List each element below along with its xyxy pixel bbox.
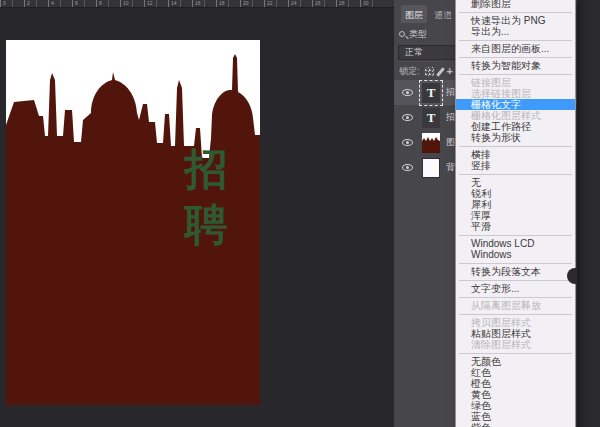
menu-item[interactable]: 锐利 <box>456 188 575 199</box>
menu-separator <box>459 280 572 281</box>
menu-separator <box>459 297 572 298</box>
ruler-tick: 6 <box>72 0 96 7</box>
ruler-tick: 10 <box>120 0 144 7</box>
ruler-tick: 14 <box>168 0 192 7</box>
menu-item[interactable]: 栅格化文字 <box>456 99 575 110</box>
menu-separator <box>459 235 572 236</box>
layer-thumbnail[interactable] <box>422 158 440 178</box>
menu-item[interactable]: Windows <box>456 249 575 260</box>
ruler-tick: 28 <box>336 0 360 7</box>
menu-item[interactable]: 紫色 <box>456 422 575 427</box>
ruler-tick: 8 <box>96 0 120 7</box>
panel-collapse-notch[interactable] <box>567 268 576 284</box>
ruler-tick: 20 <box>240 0 264 7</box>
menu-item[interactable]: 拷贝图层样式 <box>456 317 575 328</box>
visibility-eye-icon[interactable] <box>402 139 413 146</box>
menu-item[interactable]: 创建工作路径 <box>456 121 575 132</box>
menu-item[interactable]: 链接图层 <box>456 77 575 88</box>
ruler-tick: 2 <box>24 0 48 7</box>
panel-tab-通道[interactable]: 通道 <box>430 5 456 23</box>
menu-item[interactable]: 黄色 <box>456 389 575 400</box>
menu-item[interactable]: Windows LCD <box>456 238 575 249</box>
search-filter-icon <box>399 31 405 37</box>
menu-item[interactable]: 转换为形状 <box>456 132 575 143</box>
panel-tab-图层[interactable]: 图层 <box>401 5 427 23</box>
menu-item[interactable]: 横排 <box>456 149 575 160</box>
image-layer-thumbnail <box>422 133 440 153</box>
menu-item[interactable]: 橙色 <box>456 378 575 389</box>
text-layer-icon: T <box>422 108 440 128</box>
background-layer-thumbnail <box>422 158 440 178</box>
canvas-text-char: 聘 <box>185 203 228 246</box>
menu-item[interactable]: 绿色 <box>456 400 575 411</box>
menu-separator <box>459 74 572 75</box>
menu-item[interactable]: 浑厚 <box>456 210 575 221</box>
canvas-vertical-text: 招聘 <box>182 148 230 246</box>
canvas-workspace: 招聘 <box>0 8 394 427</box>
menu-item[interactable]: 转换为智能对象 <box>456 60 575 71</box>
lock-label: 锁定: <box>399 65 420 78</box>
menu-separator <box>459 353 572 354</box>
ruler-tick: 0 <box>0 0 24 7</box>
menu-separator <box>459 146 572 147</box>
ruler-tick: 22 <box>264 0 288 7</box>
ruler-tick: 16 <box>192 0 216 7</box>
menu-separator <box>459 263 572 264</box>
ruler-tick: 12 <box>144 0 168 7</box>
menu-item[interactable]: 蓝色 <box>456 411 575 422</box>
menu-separator <box>459 40 572 41</box>
visibility-eye-icon[interactable] <box>402 89 413 96</box>
menu-separator <box>459 12 572 13</box>
menu-item[interactable]: 平滑 <box>456 221 575 232</box>
visibility-eye-icon[interactable] <box>402 164 413 171</box>
ruler-tick: 30 <box>360 0 384 7</box>
visibility-eye-icon[interactable] <box>402 114 413 121</box>
layer-thumbnail[interactable]: T <box>422 108 440 128</box>
menu-item[interactable]: 犀利 <box>456 199 575 210</box>
layer-context-menu: 删除图层快速导出为 PNG导出为...来自图层的画板...转换为智能对象链接图层… <box>455 0 576 427</box>
menu-separator <box>459 174 572 175</box>
menu-item[interactable]: 选择链接图层 <box>456 88 575 99</box>
menu-item[interactable]: 导出为... <box>456 26 575 37</box>
ruler-tick: 24 <box>288 0 312 7</box>
menu-item[interactable]: 清除图层样式 <box>456 339 575 350</box>
menu-item[interactable]: 红色 <box>456 367 575 378</box>
canvas-text-char: 招 <box>185 148 228 191</box>
menu-item[interactable]: 转换为段落文本 <box>456 266 575 277</box>
menu-item[interactable]: 来自图层的画板... <box>456 43 575 54</box>
document-canvas[interactable]: 招聘 <box>6 40 260 405</box>
menu-item[interactable]: 粘贴图层样式 <box>456 328 575 339</box>
ruler-tick: 4 <box>48 0 72 7</box>
menu-item[interactable]: 栅格化图层样式 <box>456 110 575 121</box>
horizontal-ruler: 024681012141618202224262830 <box>0 0 394 8</box>
menu-separator <box>459 314 572 315</box>
menu-item[interactable]: 文字变形... <box>456 283 575 294</box>
lock-options-row: 锁定: + <box>399 64 453 79</box>
menu-item[interactable]: 竖排 <box>456 160 575 171</box>
blend-mode-value: 正常 <box>405 46 423 59</box>
lock-transparency-icon[interactable] <box>425 67 434 76</box>
menu-item[interactable]: 无 <box>456 177 575 188</box>
menu-item[interactable]: 从隔离图层释放 <box>456 300 575 311</box>
ruler-tick: 26 <box>312 0 336 7</box>
right-dock-edge <box>577 0 600 427</box>
lock-paint-icon[interactable] <box>436 67 445 77</box>
filter-kind-label: 类型 <box>409 28 427 41</box>
menu-item[interactable]: 快速导出为 PNG <box>456 15 575 26</box>
menu-item[interactable]: 删除图层 <box>456 0 575 9</box>
layer-thumbnail[interactable]: T <box>422 83 440 103</box>
menu-item[interactable]: 无颜色 <box>456 356 575 367</box>
layer-thumbnail[interactable] <box>422 133 440 153</box>
ruler-tick: 18 <box>216 0 240 7</box>
thumbnail-selection-frame <box>419 80 443 106</box>
lock-position-icon[interactable]: + <box>447 67 453 76</box>
menu-separator <box>459 57 572 58</box>
